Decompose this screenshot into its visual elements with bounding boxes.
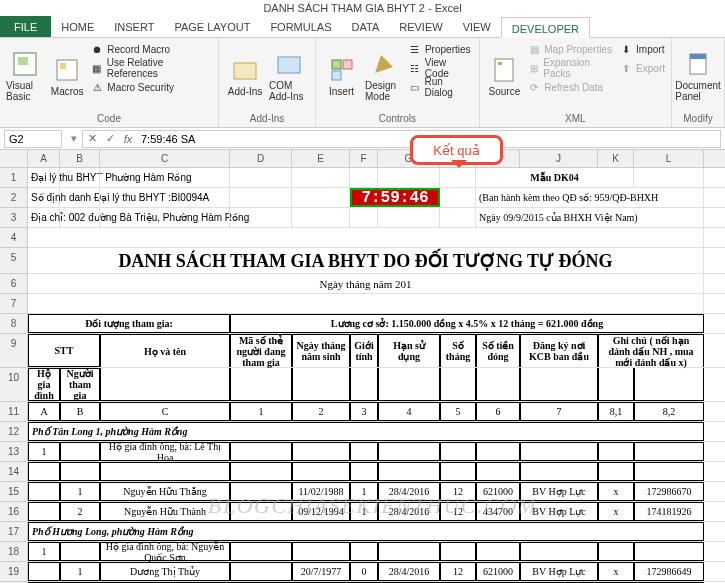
cell[interactable]: 621000 xyxy=(476,562,520,581)
col-A[interactable]: A xyxy=(28,150,60,167)
tab-formulas[interactable]: FORMULAS xyxy=(260,16,341,37)
cell[interactable]: 12 xyxy=(440,562,476,581)
cell[interactable]: 8,2 xyxy=(634,402,704,421)
cell[interactable]: BV Hợp Lực xyxy=(520,562,598,581)
select-all-corner[interactable] xyxy=(0,150,28,167)
cell[interactable]: 7 xyxy=(520,402,598,421)
row-9[interactable]: 9 xyxy=(0,334,28,368)
cell[interactable]: 174181926 xyxy=(634,502,704,521)
cell[interactable]: 434700 xyxy=(476,502,520,521)
row-19[interactable]: 19 xyxy=(0,562,28,582)
cell[interactable]: 28/4/2016 xyxy=(378,502,440,521)
cell[interactable]: 09/12/1994 xyxy=(292,502,350,521)
row-5[interactable]: 5 xyxy=(0,248,28,274)
row-18[interactable]: 18 xyxy=(0,542,28,562)
tab-page-layout[interactable]: PAGE LAYOUT xyxy=(164,16,260,37)
hdr-nguoi[interactable]: Người tham gia xyxy=(60,368,100,401)
cell[interactable]: B xyxy=(60,402,100,421)
hdr-hoten[interactable]: Họ và tên xyxy=(100,334,230,367)
row-12[interactable]: 12 xyxy=(0,422,28,442)
hdr-dangky[interactable]: Đăng ký nơi KCB ban đầu xyxy=(520,334,598,367)
cell[interactable]: 8,1 xyxy=(598,402,634,421)
xml-source-button[interactable]: Source xyxy=(486,40,524,112)
col-F[interactable]: F xyxy=(350,150,378,167)
tab-home[interactable]: HOME xyxy=(51,16,104,37)
timer-cell[interactable]: 7:59:46 xyxy=(350,188,440,207)
relative-refs-button[interactable]: ▦Use Relative References xyxy=(90,59,212,77)
cell[interactable]: 5 xyxy=(440,402,476,421)
cell[interactable]: Ngày 09/9/2015 của BHXH Việt Nam) xyxy=(476,208,704,227)
hdr-ghichu[interactable]: Ghi chú ( nối hạn đánh dấu NH , mua mới … xyxy=(598,334,704,367)
cell[interactable]: 1 xyxy=(350,502,378,521)
visual-basic-button[interactable]: Visual Basic xyxy=(6,40,44,112)
cell[interactable]: Lương cơ sở: 1.150.000 đồng x 4.5% x 12 … xyxy=(230,314,704,333)
row-13[interactable]: 13 xyxy=(0,442,28,462)
cell[interactable]: 12 xyxy=(440,502,476,521)
cell[interactable]: Ngày tháng năm 201 xyxy=(28,274,704,293)
row-11[interactable]: 11 xyxy=(0,402,28,422)
tab-file[interactable]: FILE xyxy=(0,16,51,37)
cell[interactable]: BV Hợp Lực xyxy=(520,502,598,521)
cell[interactable]: Địa chỉ: 002 đường Bà Triệu, Phường Hàm … xyxy=(28,208,60,227)
hdr-gioi[interactable]: Giới tính xyxy=(350,334,378,367)
fx-icon[interactable]: fx xyxy=(119,133,137,145)
document-panel-button[interactable]: Document Panel xyxy=(678,40,718,112)
hdr-sotien[interactable]: Số tiền đóng xyxy=(476,334,520,367)
cell[interactable]: 621000 xyxy=(476,482,520,501)
run-dialog-button[interactable]: ▭Run Dialog xyxy=(408,78,473,96)
row-6[interactable]: 6 xyxy=(0,274,28,294)
insert-control-button[interactable]: Insert xyxy=(322,40,361,112)
col-J[interactable]: J xyxy=(520,150,598,167)
grid[interactable]: BLOGCHIASEKIENTHUC.COM Đại lý thu BHYT P… xyxy=(28,168,725,583)
properties-button[interactable]: ☰Properties xyxy=(408,40,473,58)
cell[interactable]: x xyxy=(598,562,634,581)
cancel-formula-icon[interactable]: ✕ xyxy=(83,132,101,145)
col-B[interactable]: B xyxy=(60,150,100,167)
row-4[interactable]: 4 xyxy=(0,228,28,248)
cell[interactable]: x xyxy=(598,482,634,501)
row-3[interactable]: 3 xyxy=(0,208,28,228)
hdr-ngaysinh[interactable]: Ngày tháng năm sinh xyxy=(292,334,350,367)
cell[interactable]: 28/4/2016 xyxy=(378,562,440,581)
macros-button[interactable]: Macros xyxy=(48,40,86,112)
col-L[interactable]: L xyxy=(634,150,704,167)
hdr-hogd[interactable]: Hộ gia đình xyxy=(28,368,60,401)
cell[interactable]: 12 xyxy=(440,482,476,501)
cell[interactable]: 172986649 xyxy=(634,562,704,581)
hdr-han[interactable]: Hạn sử dụng xyxy=(378,334,440,367)
com-addins-button[interactable]: COM Add-Ins xyxy=(269,40,309,112)
row-10[interactable]: 10 xyxy=(0,368,28,402)
cell[interactable]: (Ban hành kèm theo QĐ số: 959/QĐ-BHXH xyxy=(476,188,704,207)
row-7[interactable]: 7 xyxy=(0,294,28,314)
section-1[interactable]: Phố Tân Long 1, phường Hàm Rồng xyxy=(28,422,704,441)
hdr-stt[interactable]: STT xyxy=(28,334,100,367)
sheet-title[interactable]: DANH SÁCH THAM GIA BHYT DO ĐỐI TƯỢNG TỰ … xyxy=(28,248,704,273)
cell[interactable]: x xyxy=(598,502,634,521)
tab-data[interactable]: DATA xyxy=(342,16,390,37)
cell[interactable]: 3 xyxy=(350,402,378,421)
cell[interactable]: Số định danh Đại lý thu BHYT :BI0094A xyxy=(28,188,60,207)
cell[interactable]: 0 xyxy=(350,562,378,581)
row-15[interactable]: 15 xyxy=(0,482,28,502)
cell[interactable]: Nguyễn Hữu Thành xyxy=(100,502,230,521)
section-2[interactable]: Phố Hương Long, phường Hàm Rồng xyxy=(28,522,704,541)
cell[interactable]: Đối tượng tham gia: xyxy=(28,314,230,333)
cell[interactable]: 1 xyxy=(28,442,60,461)
col-C[interactable]: C xyxy=(100,150,230,167)
row-2[interactable]: 2 xyxy=(0,188,28,208)
cell[interactable]: Dương Thị Thủy xyxy=(100,562,230,581)
dropdown-icon[interactable]: ▾ xyxy=(66,132,82,145)
cell[interactable]: 2 xyxy=(292,402,350,421)
cell[interactable]: Hộ gia đình ông, bà: Nguyễn Quốc Sơn xyxy=(100,542,230,561)
tab-insert[interactable]: INSERT xyxy=(104,16,164,37)
tab-view[interactable]: VIEW xyxy=(453,16,501,37)
cell[interactable]: BV Hợp Lực xyxy=(520,482,598,501)
cell[interactable]: 20/7/1977 xyxy=(292,562,350,581)
addins-button[interactable]: Add-Ins xyxy=(225,40,265,112)
row-17[interactable]: 17 xyxy=(0,522,28,542)
cell[interactable]: 172986670 xyxy=(634,482,704,501)
hdr-sothang[interactable]: Số tháng xyxy=(440,334,476,367)
col-K[interactable]: K xyxy=(598,150,634,167)
cell[interactable]: 1 xyxy=(350,482,378,501)
record-macro-button[interactable]: ⏺Record Macro xyxy=(90,40,212,58)
